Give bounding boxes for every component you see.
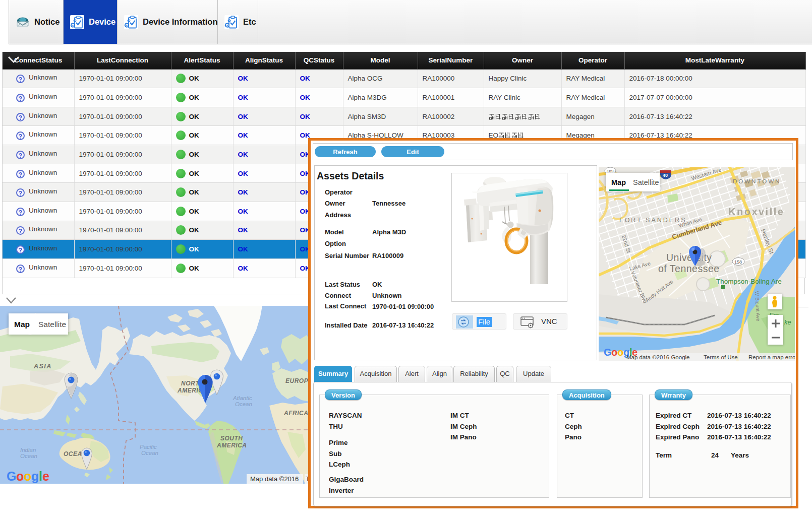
svg-text:G: G [604,347,612,358]
svg-text:of Tennessee: of Tennessee [658,263,720,274]
svg-text:Ocean: Ocean [141,450,158,456]
svg-text:o: o [16,469,24,483]
svg-text:Indian: Indian [20,447,36,453]
svg-text:Ocean: Ocean [20,453,37,459]
svg-text:ke: ke [784,318,791,326]
svg-text:AMERICA: AMERICA [216,442,247,449]
svg-text:169: 169 [607,169,614,173]
svg-text:l: l [39,469,42,483]
svg-text:Atlantic: Atlantic [233,395,252,401]
svg-text:40: 40 [663,173,668,178]
svg-text:Satellite: Satellite [633,178,659,186]
svg-text:o: o [617,347,623,358]
svg-text:e: e [42,469,49,483]
svg-text:ASIA: ASIA [33,363,52,370]
svg-text:Thompson-Boling Are: Thompson-Boling Are [716,278,782,285]
svg-text:o: o [611,347,617,358]
svg-text:G: G [7,469,16,483]
svg-text:Satellite: Satellite [38,320,66,329]
svg-text:Knoxville: Knoxville [728,206,784,217]
svg-text:Terms of Use: Terms of Use [704,354,738,360]
svg-text:Map data ©2016 Google: Map data ©2016 Google [626,354,689,360]
svg-text:Report a map error: Report a map error [748,354,795,360]
svg-text:o: o [24,469,31,483]
svg-text:Ocean: Ocean [235,401,252,407]
svg-text:Map: Map [611,178,626,186]
svg-text:SOUTH: SOUTH [220,435,243,442]
svg-text:Map: Map [14,320,30,329]
svg-text:EUROPE: EUROPE [285,377,309,384]
svg-text:DOWNTOWN: DOWNTOWN [733,178,781,184]
svg-text:g: g [31,469,39,483]
svg-text:Map data ©2016: Map data ©2016 [250,475,299,483]
svg-text:FORT SANDERS: FORT SANDERS [619,217,686,224]
svg-text:AFRICA: AFRICA [283,410,308,417]
svg-text:Pacific: Pacific [140,444,157,450]
svg-text:158: 158 [734,259,742,265]
